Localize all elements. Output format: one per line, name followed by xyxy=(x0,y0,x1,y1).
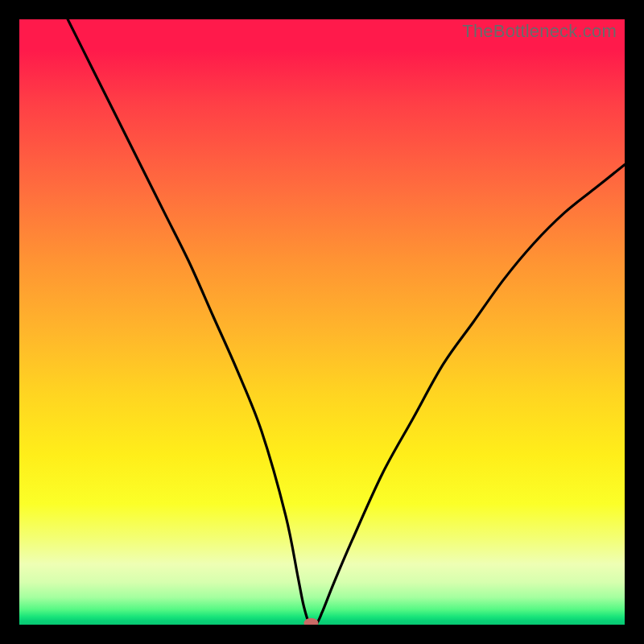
plot-area: TheBottleneck.com xyxy=(19,19,625,625)
curve-layer xyxy=(19,19,625,625)
bottleneck-curve xyxy=(68,19,625,625)
watermark-text: TheBottleneck.com xyxy=(462,21,617,42)
chart-frame: TheBottleneck.com xyxy=(0,0,644,644)
minimum-marker xyxy=(303,618,318,625)
